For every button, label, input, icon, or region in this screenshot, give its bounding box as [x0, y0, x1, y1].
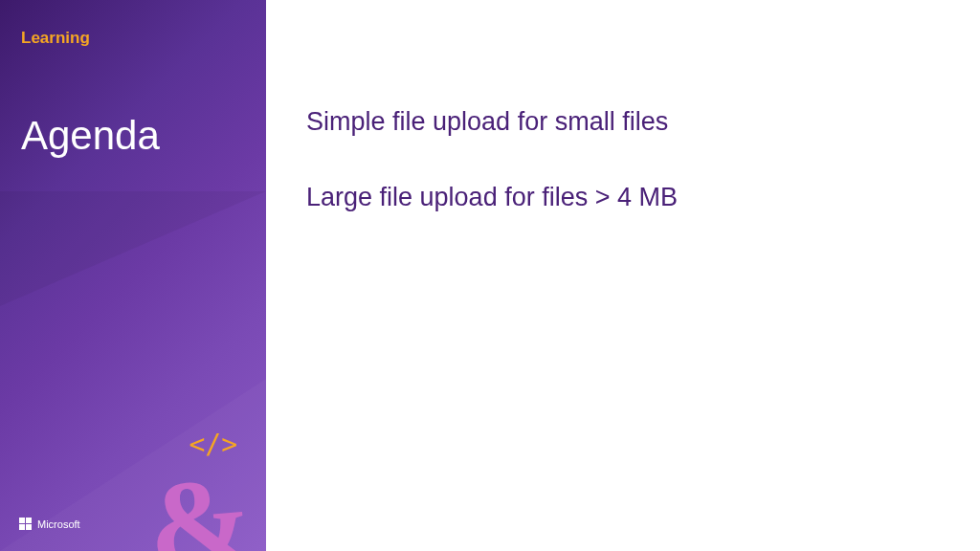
decorative-triangle — [0, 191, 266, 306]
agenda-bullet: Large file upload for files > 4 MB — [306, 183, 980, 212]
microsoft-logo: Microsoft — [19, 518, 80, 530]
sidebar-panel: Learning Agenda </> & Microsoft — [0, 0, 266, 551]
main-content: Simple file upload for small files Large… — [266, 0, 980, 551]
microsoft-squares-icon — [19, 518, 32, 530]
ampersand-graphic: & — [144, 456, 257, 551]
agenda-bullet: Simple file upload for small files — [306, 107, 980, 137]
microsoft-brand-text: Microsoft — [37, 518, 80, 530]
agenda-title: Agenda — [21, 113, 160, 159]
learning-label: Learning — [21, 29, 90, 48]
